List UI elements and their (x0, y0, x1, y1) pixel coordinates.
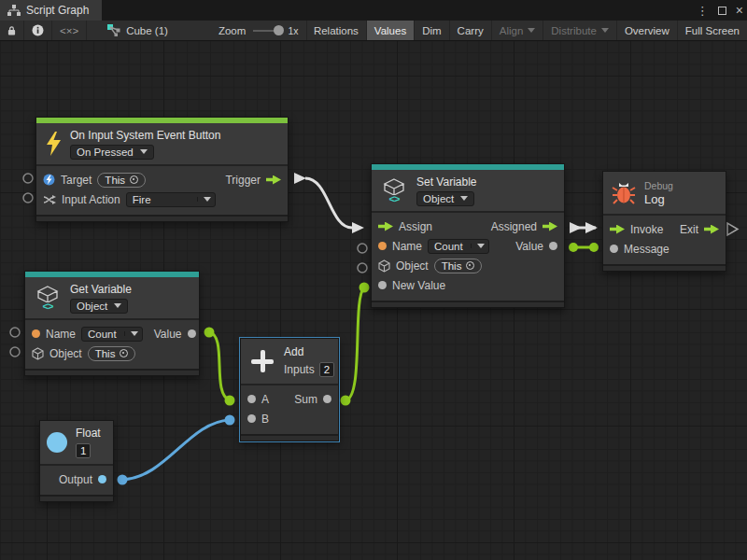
code-toggle-button[interactable]: <×> (52, 21, 87, 40)
port-a-in[interactable] (247, 395, 256, 403)
values-button[interactable]: Values (367, 21, 415, 40)
node-footer (603, 264, 726, 271)
chevron-down-icon (460, 196, 468, 201)
port-row-name: Name Count Value (372, 236, 564, 256)
port-external-name-set[interactable] (358, 244, 367, 253)
port-trigger-out[interactable] (266, 175, 281, 185)
close-icon[interactable]: × (736, 4, 743, 17)
tab-bar: Script Graph ⋮ × (0, 0, 747, 21)
variable-name-dropdown[interactable]: Count (81, 327, 143, 342)
target-icon (120, 349, 128, 357)
chevron-down-icon (131, 331, 138, 336)
cube-icon (378, 259, 390, 273)
node-title: Log (644, 192, 665, 206)
inputs-label: Inputs (284, 363, 315, 376)
lock-button[interactable] (0, 21, 24, 40)
zoom-slider-handle[interactable] (274, 25, 284, 35)
info-icon (32, 24, 44, 36)
node-header[interactable]: Float 1 (40, 421, 113, 466)
variable-kind-dropdown[interactable]: Object (416, 191, 474, 206)
port-external-object-set[interactable] (358, 263, 367, 273)
node-get-variable[interactable]: <> Get Variable Object Name Count (24, 271, 200, 376)
port-b-in[interactable] (247, 414, 256, 423)
port-exit-out[interactable] (704, 225, 719, 234)
port-output-out[interactable] (98, 475, 106, 483)
lightning-icon (45, 132, 62, 156)
wire-endpoint (118, 475, 128, 485)
node-set-variable[interactable]: <> Set Variable Object Assign Assigned (371, 163, 565, 308)
port-row-message: Message (603, 239, 726, 259)
align-dropdown[interactable]: Align (492, 21, 544, 40)
wire-endpoint (204, 328, 215, 338)
float-icon (47, 432, 67, 453)
port-assign-in[interactable] (378, 222, 393, 231)
port-external-input-action[interactable] (23, 193, 33, 203)
wire-float-b[interactable] (122, 420, 230, 480)
port-invoke-in[interactable] (610, 225, 625, 234)
relations-button[interactable]: Relations (306, 21, 367, 40)
variable-kind-dropdown[interactable]: Object (70, 299, 128, 314)
node-header[interactable]: Add Inputs 2 (241, 339, 338, 385)
port-assigned-out[interactable] (543, 222, 557, 231)
wire-trigger-assign[interactable] (305, 178, 352, 228)
overview-button[interactable]: Overview (617, 21, 678, 40)
graph-canvas[interactable]: On Input System Event Button On Pressed … (0, 41, 747, 560)
target-icon (130, 175, 138, 184)
float-value-field[interactable]: 1 (76, 443, 91, 458)
info-button[interactable] (24, 21, 52, 40)
port-name-in[interactable] (378, 242, 387, 250)
port-external-exit[interactable] (727, 223, 738, 235)
port-sum-out[interactable] (323, 395, 331, 403)
code-toggle-icon: <×> (60, 25, 78, 36)
window-menu-icon[interactable]: ⋮ (697, 4, 709, 18)
dim-button[interactable]: Dim (415, 21, 449, 40)
node-footer (25, 369, 199, 375)
port-value-out[interactable] (549, 242, 557, 250)
node-on-input-system-event-button[interactable]: On Input System Event Button On Pressed … (35, 117, 289, 222)
node-debug-log[interactable]: Debug Log Invoke Exit Message (602, 171, 726, 272)
input-action-icon (43, 194, 56, 205)
chevron-down-icon (477, 244, 485, 248)
wire-arrowhead (570, 222, 582, 233)
node-footer (40, 495, 113, 501)
port-row-assign: Assign Assigned (372, 217, 564, 236)
node-header[interactable]: On Input System Event Button On Pressed (36, 123, 288, 166)
port-external-name[interactable] (10, 328, 20, 337)
variable-name-dropdown[interactable]: Count (428, 239, 489, 254)
node-header[interactable]: <> Get Variable Object (25, 277, 199, 320)
plus-icon (249, 348, 275, 374)
port-new-value-in[interactable] (378, 281, 387, 289)
port-row-name: Name Count Value (25, 324, 199, 343)
node-add[interactable]: Add Inputs 2 A Sum B (240, 338, 339, 441)
wire-endpoint (569, 243, 578, 252)
chevron-down-icon (528, 28, 535, 33)
wire-endpoint (359, 283, 370, 293)
port-row-input-action: Input Action Fire (36, 189, 288, 209)
distribute-dropdown[interactable]: Distribute (543, 21, 617, 40)
node-float[interactable]: Float 1 Output (39, 420, 114, 502)
port-external-target[interactable] (23, 174, 33, 183)
input-action-dropdown[interactable]: Fire (126, 192, 216, 207)
wire-getvalue-a[interactable] (209, 332, 230, 400)
wire-sum-newvalue[interactable] (345, 287, 364, 400)
graph-target-label: Cube (1) (126, 25, 168, 36)
port-value-out[interactable] (188, 329, 196, 338)
inputs-count-field[interactable]: 2 (319, 362, 334, 377)
object-self-button[interactable]: This (88, 346, 136, 361)
tab-script-graph[interactable]: Script Graph (0, 0, 102, 21)
port-name-in[interactable] (32, 329, 40, 338)
port-message-in[interactable] (610, 245, 618, 253)
wire-endpoint (225, 415, 235, 426)
port-row-target: Target This Trigger (36, 170, 288, 189)
object-self-button[interactable]: This (434, 259, 483, 273)
node-header[interactable]: <> Set Variable Object (372, 170, 564, 213)
maximize-icon[interactable] (718, 7, 726, 15)
graph-target-button[interactable]: Cube (1) (100, 21, 176, 40)
carry-button[interactable]: Carry (450, 21, 492, 40)
full-screen-button[interactable]: Full Screen (678, 21, 747, 40)
target-self-button[interactable]: This (97, 173, 146, 188)
node-header[interactable]: Debug Log (603, 172, 726, 216)
event-mode-dropdown[interactable]: On Pressed (70, 145, 154, 160)
zoom-slider[interactable] (253, 30, 278, 32)
port-external-object[interactable] (10, 347, 20, 357)
